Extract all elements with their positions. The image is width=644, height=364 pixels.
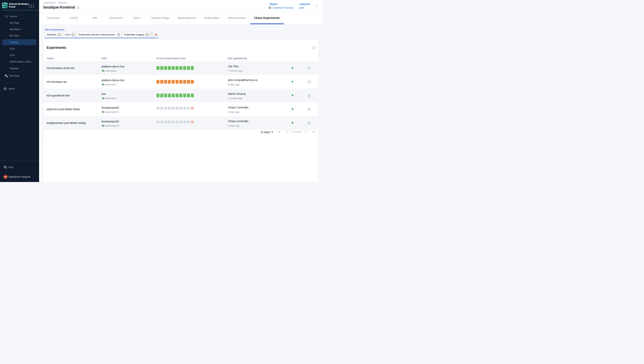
svg-text:?: ?	[5, 166, 6, 168]
